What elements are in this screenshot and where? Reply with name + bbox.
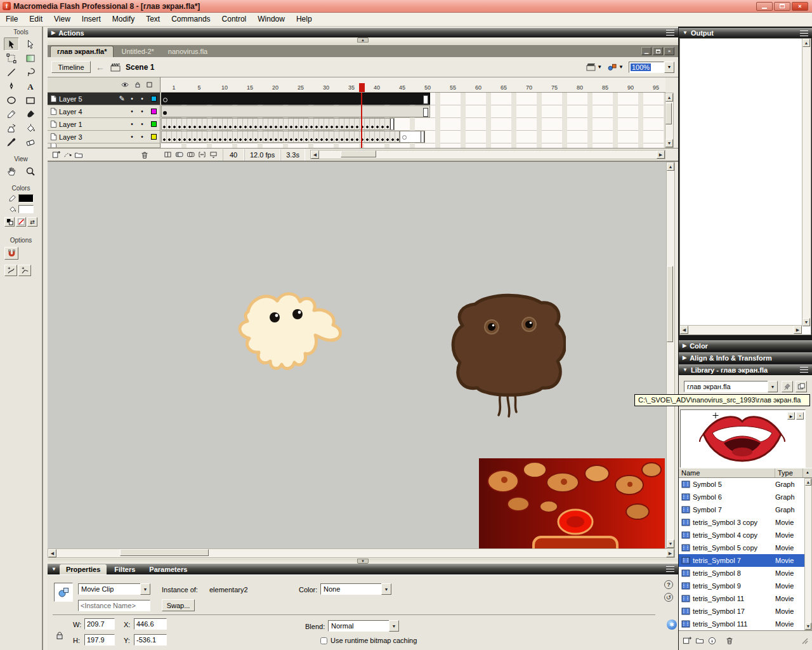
back-arrow-icon[interactable]: ← xyxy=(96,62,105,72)
output-vertical-scrollbar[interactable]: ▲ ▼ xyxy=(802,39,811,326)
scrollbar-track[interactable] xyxy=(805,486,811,623)
text-tool-button[interactable]: A xyxy=(23,79,38,93)
library-panel-header[interactable]: ▼ Library - глав экран.fla xyxy=(679,364,812,375)
brown-blob-character[interactable] xyxy=(449,288,566,421)
minimize-button[interactable] xyxy=(756,2,773,11)
straighten-button[interactable] xyxy=(18,265,31,276)
oval-tool-button[interactable] xyxy=(4,93,19,107)
panel-splitter[interactable]: ▲ xyxy=(48,37,678,45)
snap-to-objects-button[interactable] xyxy=(4,247,18,260)
frame-span-layer3-empty[interactable] xyxy=(400,131,425,143)
layer-name[interactable]: Layer 1 xyxy=(57,121,117,128)
collapse-arrow-icon[interactable]: ▼ xyxy=(51,567,56,572)
library-item-name[interactable]: Symbol 6 xyxy=(693,493,722,501)
paint-bucket-tool-button[interactable] xyxy=(23,121,38,135)
properties-tab[interactable]: Properties xyxy=(60,564,107,574)
output-horizontal-scrollbar[interactable]: ◀ ▶ xyxy=(680,325,802,335)
scroll-down-button[interactable]: ▼ xyxy=(665,139,673,147)
library-item-name[interactable]: tetris_Symbol 5 copy xyxy=(693,544,757,552)
timeline-horizontal-scrollbar[interactable]: ◀ ▶ xyxy=(310,150,665,159)
update-notification-icon[interactable]: ✱ xyxy=(667,620,677,630)
scrollbar-thumb[interactable] xyxy=(341,150,376,157)
output-panel-header[interactable]: ▼ Output xyxy=(679,28,812,38)
scrollbar-thumb[interactable] xyxy=(667,266,673,342)
menu-item[interactable]: Insert xyxy=(76,13,107,26)
layer-outline-swatch-cell[interactable] xyxy=(147,134,160,140)
library-item-row[interactable]: tetris_Symbol 11 Movie xyxy=(679,592,804,605)
insert-layer-folder-button[interactable] xyxy=(73,150,84,160)
playhead-handle[interactable] xyxy=(359,83,365,92)
properties-tab[interactable]: Filters xyxy=(108,564,141,574)
playhead-line[interactable] xyxy=(361,93,362,148)
library-list-scrollbar[interactable]: ▲ ▼ xyxy=(804,478,812,630)
new-folder-button[interactable] xyxy=(695,637,704,644)
scroll-left-button[interactable]: ◀ xyxy=(311,150,319,159)
layer-row[interactable]: Layer 3 ✎ • • xyxy=(48,131,160,143)
panel-splitter[interactable]: ▼ xyxy=(48,559,678,564)
frame-span-layer3[interactable] xyxy=(161,131,400,143)
new-symbol-button[interactable] xyxy=(683,636,691,645)
cream-blob-character[interactable] xyxy=(219,284,346,378)
library-item-name[interactable]: tetris_Symbol 4 copy xyxy=(693,531,757,539)
menu-item[interactable]: Edit xyxy=(23,13,48,26)
library-item-row[interactable]: tetris_Symbol 9 Movie xyxy=(679,580,804,592)
panel-collapse-handle[interactable]: ▲ xyxy=(357,37,369,43)
swap-button[interactable]: Swap... xyxy=(162,599,195,611)
y-input[interactable] xyxy=(134,634,167,646)
preview-play-button[interactable]: ▶ xyxy=(787,412,795,420)
stage-canvas[interactable] xyxy=(48,162,666,548)
smooth-button[interactable] xyxy=(4,265,17,276)
lasso-tool-button[interactable] xyxy=(23,65,38,79)
width-input[interactable] xyxy=(84,618,115,630)
height-input[interactable] xyxy=(84,634,115,646)
library-item-row[interactable]: tetris_Symbol 8 Movie xyxy=(679,567,804,580)
edit-scene-button[interactable]: ▼ xyxy=(586,63,602,71)
scroll-down-button[interactable]: ▼ xyxy=(802,318,810,326)
library-item-row[interactable]: tetris_Symbol 111 Movie xyxy=(679,618,804,630)
frame-area[interactable]: 15101520253035404550556065707580859095 xyxy=(161,77,665,148)
item-properties-button[interactable] xyxy=(708,637,716,645)
edit-multiple-frames-button[interactable] xyxy=(196,150,207,160)
panel-menu-icon[interactable] xyxy=(800,30,808,36)
frame-grid[interactable] xyxy=(161,93,665,148)
line-tool-button[interactable] xyxy=(4,65,19,79)
timeline-panel-menu-icon[interactable] xyxy=(665,79,674,86)
scroll-right-button[interactable]: ▶ xyxy=(794,326,802,334)
layer-row-partial[interactable] xyxy=(48,143,160,148)
help-icon[interactable]: ? xyxy=(664,580,673,589)
color-effect-dropdown[interactable]: None▼ xyxy=(320,583,391,595)
library-item-row[interactable]: tetris_Symbol 3 copy Movie xyxy=(679,516,804,529)
menu-item[interactable]: Window xyxy=(252,13,291,26)
library-item-name[interactable]: tetris_Symbol 9 xyxy=(693,582,741,590)
layer-row[interactable]: Layer 4 ✎ • • xyxy=(48,105,160,118)
layer-visibility-dot[interactable]: • xyxy=(127,108,137,115)
rectangle-tool-button[interactable] xyxy=(23,93,38,107)
current-frame-indicator[interactable]: 40 xyxy=(223,149,244,161)
layer-lock-dot[interactable]: • xyxy=(137,133,147,140)
name-column-header[interactable]: Name xyxy=(679,468,775,477)
document-tab[interactable]: Untitled-2* xyxy=(115,46,160,57)
color-panel-header[interactable]: ▶ Color xyxy=(679,340,812,351)
frame-rate-indicator[interactable]: 12.0 fps xyxy=(244,149,280,161)
properties-tab[interactable]: Parameters xyxy=(143,564,193,574)
pin-library-button[interactable] xyxy=(782,381,793,392)
library-item-name[interactable]: tetris_Symbol 8 xyxy=(693,569,741,577)
no-color-button[interactable] xyxy=(16,217,26,227)
layer-lock-dot[interactable]: • xyxy=(137,121,147,128)
panel-menu-icon[interactable] xyxy=(800,367,808,373)
library-item-name[interactable]: tetris_Symbol 111 xyxy=(693,620,747,628)
library-item-row[interactable]: tetris_Symbol 5 copy Movie xyxy=(679,541,804,554)
library-item-row[interactable]: Symbol 6 Graph xyxy=(679,491,804,503)
frame-span-layer4[interactable] xyxy=(161,105,430,117)
gradient-transform-tool-button[interactable] xyxy=(23,51,38,65)
canvas-horizontal-scrollbar[interactable]: ◀ ▶ xyxy=(48,548,675,558)
library-item-name[interactable]: Symbol 7 xyxy=(693,506,722,514)
library-item-name[interactable]: tetris_Symbol 11 xyxy=(693,595,744,602)
layer-row[interactable]: Layer 1 ✎ • • xyxy=(48,118,160,131)
default-colors-button[interactable] xyxy=(4,217,15,227)
document-tab[interactable]: nanovirus.fla xyxy=(162,46,214,57)
collapse-section-icon[interactable]: ↺ xyxy=(664,593,673,602)
library-item-row[interactable]: tetris_Symbol 17 Movie xyxy=(679,605,804,618)
layer-outline-swatch-cell[interactable] xyxy=(147,96,160,102)
layer-name[interactable]: Layer 3 xyxy=(57,133,117,141)
